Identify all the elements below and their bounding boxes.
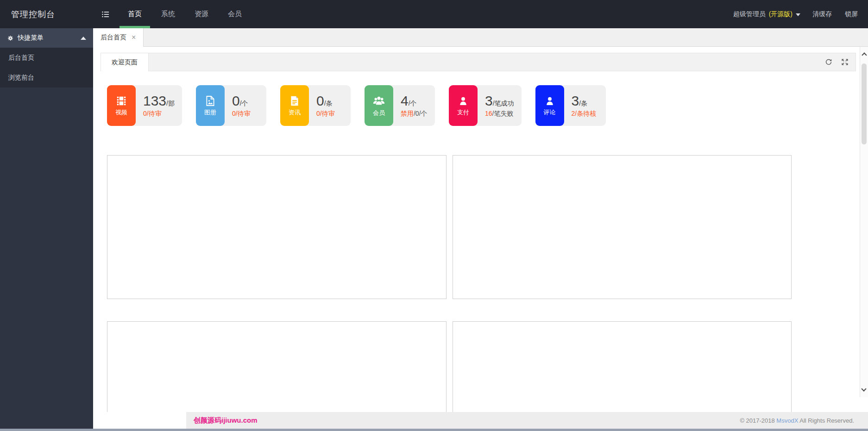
sidebar-item-backend-home[interactable]: 后台首页 (0, 48, 93, 68)
sidebar-menu: 后台首页 浏览前台 (0, 48, 93, 87)
scroll-thumb[interactable] (862, 63, 867, 144)
stat-card-label: 会员 (373, 109, 385, 117)
stat-sub-part: 2/条待核 (572, 110, 597, 117)
nav-item-home[interactable]: 首页 (118, 0, 151, 28)
quick-menu-header[interactable]: 快捷菜单 (0, 28, 93, 48)
caret-up-icon (81, 37, 86, 40)
tab-bar: 后台首页 × (93, 28, 868, 47)
nav-item-resources[interactable]: 资源 (185, 0, 218, 28)
stat-sub-value: 0/待审 (232, 110, 259, 118)
lock-screen-button[interactable]: 锁屏 (838, 10, 864, 19)
stat-sub-value: 2/条待核 (572, 110, 598, 118)
stat-main-value: 3/条 (572, 93, 598, 108)
fullscreen-icon[interactable] (841, 58, 849, 66)
user-icon (544, 95, 556, 107)
users-icon (372, 94, 385, 107)
stat-number: 0 (316, 93, 324, 108)
sidebar-item-view-frontend[interactable]: 浏览前台 (0, 68, 93, 87)
chart-placeholder (453, 155, 792, 299)
stat-sub-part: /0/个 (414, 110, 428, 117)
stat-unit: /个 (240, 100, 248, 107)
stat-sub-value: 禁用/0/个 (401, 110, 428, 118)
tab-backend-home[interactable]: 后台首页 × (93, 28, 144, 47)
copyright-prefix: © 2017-2018 (740, 417, 776, 424)
stat-icon-block: 资讯 (280, 85, 309, 126)
stat-card-member: 会员4/个禁用/0/个 (365, 85, 435, 126)
stat-card-label: 资讯 (289, 108, 301, 117)
stat-unit: /笔成功 (493, 100, 514, 107)
stat-cards-row: 视频133/部0/待审图册0/个0/待审资讯0/条0/待审会员4/个禁用/0/个… (107, 85, 860, 126)
user-menu[interactable]: 超级管理员 (开源版) (728, 10, 806, 19)
user-icon (457, 95, 469, 107)
tab-welcome-page[interactable]: 欢迎页面 (101, 53, 149, 71)
stat-sub-part: /笔失败 (492, 110, 514, 117)
stat-main-value: 3/笔成功 (485, 93, 514, 108)
stat-icon-block: 图册 (196, 85, 225, 126)
scroll-up-icon[interactable] (862, 52, 867, 57)
sidebar: 快捷菜单 后台首页 浏览前台 (0, 28, 93, 431)
footer: 创颜源码ijiuwu.com © 2017-2018 MsvodX All Ri… (186, 412, 868, 429)
panel-toolbar (824, 53, 855, 71)
gear-icon (7, 35, 14, 42)
footer-site-link[interactable]: 创颜源码ijiuwu.com (194, 416, 258, 425)
bottom-strip (0, 429, 868, 431)
stat-card-label: 支付 (457, 108, 469, 117)
top-navigation: 首页 系统 资源 会员 (118, 0, 252, 28)
stat-value-block: 0/条0/待审 (305, 85, 351, 126)
brand-link[interactable]: MsvodX (776, 417, 798, 424)
stat-icon-block: 会员 (365, 85, 393, 126)
nav-item-system[interactable]: 系统 (151, 0, 185, 28)
refresh-icon[interactable] (824, 58, 833, 66)
stat-card-comment: 评论3/条2/条待核 (535, 85, 606, 126)
stat-sub-part: 16 (485, 110, 492, 117)
doc-icon (289, 95, 301, 107)
stat-sub-value: 0/待审 (143, 110, 175, 118)
stat-unit: /个 (409, 100, 417, 107)
clear-cache-button[interactable]: 清缓存 (806, 10, 838, 19)
main-area: 后台首页 × 欢迎页面 (93, 28, 868, 431)
stat-value-block: 3/笔成功16/笔失败 (473, 85, 522, 126)
stat-icon-block: 支付 (449, 85, 478, 126)
scroll-down-icon[interactable] (861, 386, 866, 391)
welcome-tab-strip: 欢迎页面 (101, 53, 856, 71)
stat-unit: /部 (166, 100, 175, 107)
close-icon[interactable]: × (132, 34, 136, 41)
stat-icon-block: 评论 (535, 85, 564, 126)
stat-sub-part: 0/待审 (316, 110, 335, 117)
content-scrollbar[interactable] (860, 47, 868, 397)
chart-placeholder (453, 321, 792, 412)
caret-down-icon (796, 13, 800, 16)
hamburger-icon[interactable] (93, 0, 118, 28)
stat-unit: /条 (579, 100, 587, 107)
stat-card-album: 图册0/个0/待审 (196, 85, 266, 126)
content-area: 欢迎页面 视频133/部0/待审图册 (93, 47, 860, 412)
stat-card-payment: 支付3/笔成功16/笔失败 (449, 85, 522, 126)
stat-value-block: 3/条2/条待核 (560, 85, 606, 126)
chart-placeholder (107, 155, 447, 299)
chart-grid (107, 155, 860, 412)
edition-badge: (开源版) (769, 10, 793, 19)
stat-sub-part: 0/待审 (143, 110, 162, 117)
nav-item-members[interactable]: 会员 (218, 0, 252, 28)
stat-card-label: 视频 (115, 108, 127, 117)
stat-card-video: 视频133/部0/待审 (107, 85, 182, 126)
stat-main-value: 4/个 (401, 93, 428, 108)
stat-value-block: 4/个禁用/0/个 (389, 85, 435, 126)
user-name: 超级管理员 (733, 10, 766, 19)
stat-main-value: 133/部 (143, 93, 175, 108)
stat-sub-value: 16/笔失败 (485, 110, 514, 118)
image-icon (204, 95, 216, 107)
stat-icon-block: 视频 (107, 85, 136, 126)
stat-card-label: 图册 (204, 108, 216, 117)
brand-title: 管理控制台 (0, 0, 93, 28)
stat-number: 4 (401, 93, 409, 108)
copyright: © 2017-2018 MsvodX All Rights Reserved. (740, 417, 861, 424)
stat-unit: /条 (324, 100, 333, 107)
stat-number: 0 (232, 93, 240, 108)
stat-card-news: 资讯0/条0/待审 (280, 85, 351, 126)
stat-number: 3 (485, 93, 493, 108)
stat-value-block: 0/个0/待审 (220, 85, 266, 126)
topbar: 管理控制台 首页 系统 资源 会员 超级管理员 (开源版) 清缓存 锁屏 (0, 0, 868, 28)
stat-card-label: 评论 (544, 108, 556, 117)
stat-number: 3 (572, 93, 579, 108)
